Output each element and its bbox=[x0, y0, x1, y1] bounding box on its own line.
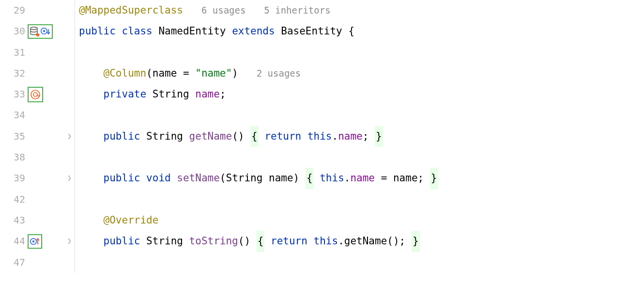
paren-close: ) bbox=[293, 168, 300, 189]
jpa-entity-marker-box[interactable] bbox=[28, 24, 53, 39]
code-line-blank[interactable] bbox=[79, 147, 438, 168]
type-string: String bbox=[153, 84, 189, 105]
field-ref-name: name bbox=[350, 168, 375, 189]
line-number[interactable]: 47 bbox=[0, 252, 26, 273]
code-line-blank[interactable] bbox=[79, 42, 438, 63]
line-number[interactable]: 31 bbox=[0, 42, 26, 63]
gutter: 29 30 bbox=[0, 0, 75, 273]
gutter-line[interactable]: 38 bbox=[0, 147, 75, 168]
folded-brace-open[interactable]: { bbox=[257, 231, 265, 252]
folded-brace-close[interactable]: } bbox=[430, 168, 438, 189]
type-string: String bbox=[146, 126, 183, 147]
keyword-this: this bbox=[307, 126, 332, 147]
folded-brace-open[interactable]: { bbox=[250, 126, 259, 147]
at-icon[interactable] bbox=[30, 89, 41, 100]
keyword-class: class bbox=[122, 21, 153, 42]
field-name: name bbox=[195, 84, 220, 105]
dot: . bbox=[338, 231, 344, 252]
param-name: name bbox=[269, 168, 293, 189]
code-line[interactable]: @MappedSuperclass 6 usages 5 inheritors bbox=[79, 0, 438, 21]
keyword-public: public bbox=[104, 126, 140, 147]
gutter-line[interactable]: 39 ❯ bbox=[0, 168, 75, 189]
keyword-void: void bbox=[146, 168, 171, 189]
code-line[interactable]: @Column (name = "name" ) 2 usages bbox=[79, 63, 438, 84]
line-number[interactable]: 30 bbox=[0, 21, 26, 42]
semicolon: ; bbox=[220, 84, 226, 105]
inlay-hint-inheritors[interactable]: 5 inheritors bbox=[264, 0, 330, 21]
paren-pair: () bbox=[232, 126, 244, 147]
field-ref-name: name bbox=[338, 126, 363, 147]
keyword-this: this bbox=[320, 168, 344, 189]
gutter-line[interactable]: 31 bbox=[0, 42, 75, 63]
string-literal: "name" bbox=[195, 63, 232, 84]
code-line[interactable]: @Override bbox=[79, 210, 438, 231]
keyword-extends: extends bbox=[232, 21, 275, 42]
paren-open: (String bbox=[220, 168, 269, 189]
line-number[interactable]: 35 bbox=[0, 126, 26, 147]
dot: . bbox=[332, 126, 338, 147]
gutter-line[interactable]: 29 bbox=[0, 0, 75, 21]
line-number[interactable]: 34 bbox=[0, 105, 26, 126]
line-number[interactable]: 44 bbox=[0, 231, 26, 252]
fold-expand-icon[interactable]: ❯ bbox=[67, 168, 72, 189]
line-number[interactable]: 43 bbox=[0, 210, 26, 231]
annotation-marker-box[interactable] bbox=[28, 87, 43, 102]
fold-expand-icon[interactable]: ❯ bbox=[67, 231, 72, 252]
line-number[interactable]: 39 bbox=[0, 168, 26, 189]
inlay-hint-usages[interactable]: 6 usages bbox=[201, 0, 246, 21]
gutter-line[interactable]: 33 bbox=[0, 84, 75, 105]
semicolon: ; bbox=[399, 231, 406, 252]
svg-point-7 bbox=[32, 240, 35, 243]
super-class-name: BaseEntity bbox=[281, 21, 342, 42]
folded-brace-close[interactable]: } bbox=[412, 231, 420, 252]
folded-brace-open[interactable]: { bbox=[306, 168, 314, 189]
dot: . bbox=[344, 168, 351, 189]
folded-brace-close[interactable]: } bbox=[375, 126, 383, 147]
annotation-override: @Override bbox=[104, 210, 159, 231]
line-number[interactable]: 33 bbox=[0, 84, 26, 105]
line-number[interactable]: 38 bbox=[0, 147, 26, 168]
svg-point-0 bbox=[31, 27, 37, 30]
code-line[interactable]: public String toString () { return this … bbox=[79, 231, 438, 252]
gutter-line[interactable]: 30 bbox=[0, 21, 75, 42]
paren-close: ) bbox=[232, 63, 238, 84]
paren-args: (name = bbox=[146, 63, 195, 84]
implementing-up-icon[interactable] bbox=[30, 236, 40, 247]
svg-point-3 bbox=[43, 30, 46, 32]
gutter-line[interactable]: 44 ❯ bbox=[0, 231, 75, 252]
keyword-this: this bbox=[314, 231, 338, 252]
gutter-line[interactable]: 43 bbox=[0, 210, 75, 231]
code-line-blank[interactable] bbox=[79, 189, 438, 210]
code-line[interactable]: public String getName () { return this .… bbox=[79, 126, 438, 147]
code-line-blank[interactable] bbox=[79, 252, 438, 273]
gutter-line[interactable]: 35 ❯ bbox=[0, 126, 75, 147]
method-setname: setName bbox=[177, 168, 220, 189]
gutter-line[interactable]: 34 bbox=[0, 105, 75, 126]
gutter-line[interactable]: 47 bbox=[0, 252, 75, 273]
database-icon[interactable] bbox=[30, 26, 40, 37]
method-tostring: toString bbox=[189, 231, 238, 252]
svg-point-5 bbox=[33, 93, 37, 96]
inlay-hint-usages[interactable]: 2 usages bbox=[257, 63, 301, 84]
annotation-column: @Column bbox=[104, 63, 147, 84]
line-number[interactable]: 29 bbox=[0, 0, 26, 21]
code-line[interactable]: private String name ; bbox=[79, 84, 438, 105]
code-line-blank[interactable] bbox=[79, 105, 438, 126]
code-area[interactable]: @MappedSuperclass 6 usages 5 inheritors … bbox=[75, 0, 438, 273]
override-marker-box[interactable] bbox=[28, 234, 42, 249]
keyword-private: private bbox=[104, 84, 147, 105]
keyword-return: return bbox=[271, 231, 307, 252]
gutter-line[interactable]: 42 bbox=[0, 189, 75, 210]
svg-point-1 bbox=[36, 33, 40, 37]
fold-expand-icon[interactable]: ❯ bbox=[67, 126, 72, 147]
line-number[interactable]: 42 bbox=[0, 189, 26, 210]
keyword-public: public bbox=[79, 21, 116, 42]
implemented-down-icon[interactable] bbox=[40, 26, 51, 37]
code-line[interactable]: public void setName (String name ) { thi… bbox=[79, 168, 438, 189]
semicolon: ; bbox=[363, 126, 369, 147]
line-number[interactable]: 32 bbox=[0, 63, 26, 84]
gutter-line[interactable]: 32 bbox=[0, 63, 75, 84]
keyword-return: return bbox=[264, 126, 301, 147]
paren-pair: () bbox=[238, 231, 250, 252]
code-line[interactable]: public class NamedEntity extends BaseEnt… bbox=[79, 21, 438, 42]
